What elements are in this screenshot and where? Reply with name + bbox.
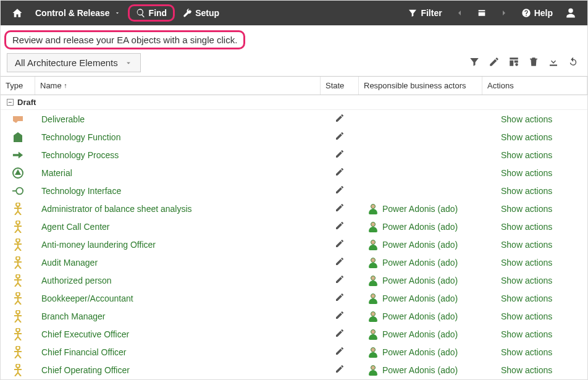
state-cell[interactable] — [321, 131, 359, 143]
object-link[interactable]: Material — [41, 168, 72, 178]
state-cell[interactable] — [321, 292, 359, 304]
object-link[interactable]: Technology Function — [41, 132, 120, 142]
filter-button[interactable]: Filter — [403, 6, 447, 20]
col-name[interactable]: Name ↑ — [35, 77, 321, 95]
object-link[interactable]: Deliverable — [41, 114, 85, 124]
show-actions-link[interactable]: Show actions — [501, 276, 552, 285]
actor-link[interactable]: Power Adonis (ado) — [382, 240, 458, 250]
user-menu[interactable] — [560, 5, 581, 21]
show-actions-link[interactable]: Show actions — [501, 204, 552, 214]
table-row: Technology InterfaceShow actions — [1, 182, 587, 200]
state-cell[interactable] — [321, 328, 359, 340]
object-link[interactable]: Chief Financial Officer — [41, 347, 126, 357]
show-actions-link[interactable]: Show actions — [501, 132, 552, 142]
actions-cell: Show actions — [482, 311, 587, 321]
show-actions-link[interactable]: Show actions — [501, 365, 552, 375]
show-actions-link[interactable]: Show actions — [501, 329, 552, 339]
object-link[interactable]: Anti-money laundering Officer — [41, 240, 156, 250]
edit-button[interactable] — [489, 56, 500, 69]
download-button[interactable] — [548, 56, 559, 69]
find-button[interactable]: Find — [128, 4, 175, 22]
actor-cell: Power Adonis (ado) — [359, 311, 482, 322]
state-cell[interactable] — [321, 113, 359, 125]
object-link[interactable]: Chief Operating Officer — [41, 365, 130, 375]
pencil-icon — [335, 310, 345, 322]
show-actions-link[interactable]: Show actions — [501, 311, 552, 321]
state-cell[interactable] — [321, 149, 359, 161]
object-link[interactable]: Technology Process — [41, 150, 119, 160]
actor-link[interactable]: Power Adonis (ado) — [382, 329, 458, 339]
col-resp[interactable]: Responsible business actors — [359, 77, 482, 95]
name-cell: Chief Financial Officer — [35, 347, 321, 357]
delete-button[interactable] — [528, 56, 539, 69]
actor-cell: Power Adonis (ado) — [359, 221, 482, 232]
table-scroll[interactable]: − Draft DeliverableShow actionsTechnolog… — [1, 95, 587, 380]
group-collapse-icon[interactable]: − — [7, 99, 14, 106]
svg-line-37 — [15, 319, 18, 323]
object-link[interactable]: Chief Executive Officer — [41, 329, 129, 339]
col-type[interactable]: Type — [1, 77, 35, 95]
show-actions-link[interactable]: Show actions — [501, 168, 552, 178]
state-cell[interactable] — [321, 185, 359, 196]
table-settings-button[interactable] — [508, 56, 519, 69]
show-actions-link[interactable]: Show actions — [501, 347, 552, 357]
object-link[interactable]: Branch Manager — [41, 311, 106, 321]
tech-intf-icon — [12, 185, 23, 196]
svg-point-44 — [16, 346, 20, 350]
state-cell[interactable] — [321, 364, 359, 376]
state-cell[interactable] — [321, 167, 359, 179]
table-row: Technology ProcessShow actions — [1, 146, 587, 164]
object-link[interactable]: Technology Interface — [41, 186, 121, 196]
view-selector[interactable]: All Architecture Elements — [7, 53, 141, 72]
col-actions[interactable]: Actions — [482, 77, 587, 95]
actor-link[interactable]: Power Adonis (ado) — [382, 222, 458, 232]
search-filter-button[interactable] — [469, 56, 480, 69]
object-link[interactable]: Agent Call Center — [41, 222, 110, 232]
pencil-icon — [335, 239, 345, 250]
object-link[interactable]: Audit Manager — [41, 258, 98, 268]
show-actions-link[interactable]: Show actions — [501, 240, 552, 250]
svg-line-8 — [18, 211, 21, 215]
control-release-menu[interactable]: Control & Release — [30, 6, 125, 20]
actor-link[interactable]: Power Adonis (ado) — [382, 204, 458, 214]
actions-cell: Show actions — [482, 329, 587, 339]
state-cell[interactable] — [321, 310, 359, 322]
show-actions-link[interactable]: Show actions — [501, 186, 552, 196]
object-link[interactable]: Administrator of balance sheet analysis — [41, 204, 192, 214]
avatar-icon — [368, 347, 379, 358]
state-cell[interactable] — [321, 221, 359, 232]
actor-link[interactable]: Power Adonis (ado) — [382, 311, 458, 321]
setup-button[interactable]: Setup — [177, 6, 224, 20]
object-link[interactable]: Authorized person — [41, 276, 112, 285]
avatar-icon — [368, 239, 379, 250]
state-cell[interactable] — [321, 203, 359, 214]
show-actions-link[interactable]: Show actions — [501, 222, 552, 232]
actor-link[interactable]: Power Adonis (ado) — [382, 258, 458, 268]
group-row[interactable]: − Draft — [1, 95, 587, 110]
svg-point-29 — [16, 292, 20, 296]
tech-proc-icon — [12, 150, 23, 161]
help-button[interactable]: Help — [516, 6, 558, 20]
actions-cell: Show actions — [482, 258, 587, 268]
actor-link[interactable]: Power Adonis (ado) — [382, 293, 458, 303]
state-cell[interactable] — [321, 239, 359, 250]
actor-link[interactable]: Power Adonis (ado) — [382, 276, 458, 285]
home-button[interactable] — [7, 5, 28, 21]
actions-cell: Show actions — [482, 240, 587, 250]
col-state[interactable]: State — [321, 77, 359, 95]
state-cell[interactable] — [321, 256, 359, 268]
state-cell[interactable] — [321, 346, 359, 358]
refresh-button[interactable] — [568, 56, 579, 69]
show-actions-link[interactable]: Show actions — [501, 150, 552, 160]
show-actions-link[interactable]: Show actions — [501, 114, 552, 124]
nav-window-button[interactable] — [472, 6, 492, 20]
svg-point-49 — [16, 364, 20, 368]
actor-link[interactable]: Power Adonis (ado) — [382, 365, 458, 375]
name-cell: Authorized person — [35, 276, 321, 285]
show-actions-link[interactable]: Show actions — [501, 258, 552, 268]
object-link[interactable]: Bookkeeper/Accountant — [41, 293, 133, 303]
pencil-icon — [335, 167, 345, 179]
state-cell[interactable] — [321, 274, 359, 286]
show-actions-link[interactable]: Show actions — [501, 293, 552, 303]
actor-link[interactable]: Power Adonis (ado) — [382, 347, 458, 357]
